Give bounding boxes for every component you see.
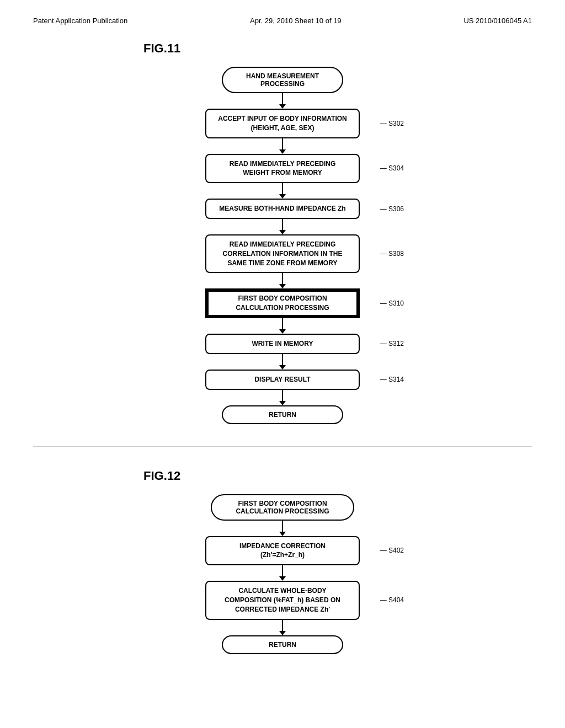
arrow-6 — [279, 318, 286, 334]
node-s302: ACCEPT INPUT OF BODY INFORMATION(HEIGHT,… — [205, 109, 360, 138]
flow-row-start: HAND MEASUREMENT PROCESSING — [33, 67, 532, 93]
step-label-s402: — S402 — [380, 547, 404, 554]
arrow-3 — [279, 183, 286, 199]
arrow-12-3 — [279, 620, 286, 635]
arrow-4 — [279, 219, 286, 234]
node-s404: CALCULATE WHOLE-BODYCOMPOSITION (%FAT_h)… — [205, 581, 360, 619]
arrow-12-2 — [279, 565, 286, 581]
node-s310: FIRST BODY COMPOSITIONCALCULATION PROCES… — [205, 288, 360, 318]
node-return12: RETURN — [222, 635, 343, 654]
fig12-flowchart: FIRST BODY COMPOSITIONCALCULATION PROCES… — [33, 494, 532, 654]
node-wrap-s402: IMPEDANCE CORRECTION(Zh'=Zh+Zr_h) — S402 — [205, 536, 360, 566]
node-wrap-s310: FIRST BODY COMPOSITIONCALCULATION PROCES… — [205, 288, 360, 318]
header-right: US 2010/0106045 A1 — [463, 17, 532, 25]
flow-row-start12: FIRST BODY COMPOSITIONCALCULATION PROCES… — [33, 494, 532, 521]
node-s308: READ IMMEDIATELY PRECEDINGCORRELATION IN… — [205, 234, 360, 273]
divider — [33, 446, 532, 447]
page-header: Patent Application Publication Apr. 29, … — [33, 17, 532, 25]
step-label-s306: — S306 — [380, 205, 404, 213]
node-return11: RETURN — [222, 405, 343, 424]
node-wrap-s314: DISPLAY RESULT — S314 — [205, 370, 360, 390]
fig11-section: FIG.11 HAND MEASUREMENT PROCESSING ACCEP… — [33, 41, 532, 424]
flow-row-s310: FIRST BODY COMPOSITIONCALCULATION PROCES… — [33, 288, 532, 318]
node-start12: FIRST BODY COMPOSITIONCALCULATION PROCES… — [211, 494, 354, 521]
node-wrap-s312: WRITE IN MEMORY — S312 — [205, 334, 360, 354]
flow-row-s404: CALCULATE WHOLE-BODYCOMPOSITION (%FAT_h)… — [33, 581, 532, 619]
node-wrap-return12: RETURN — [222, 635, 343, 654]
flow-row-s308: READ IMMEDIATELY PRECEDINGCORRELATION IN… — [33, 234, 532, 273]
flow-row-s304: READ IMMEDIATELY PRECEDINGWEIGHT FROM ME… — [33, 154, 532, 184]
node-wrap-s304: READ IMMEDIATELY PRECEDINGWEIGHT FROM ME… — [205, 154, 360, 184]
flow-row-s312: WRITE IN MEMORY — S312 — [33, 334, 532, 354]
arrow-12-1 — [279, 521, 286, 536]
arrow-2 — [279, 138, 286, 154]
header-middle: Apr. 29, 2010 Sheet 10 of 19 — [250, 17, 342, 25]
fig12-title: FIG.12 — [143, 469, 532, 483]
node-wrap-s308: READ IMMEDIATELY PRECEDINGCORRELATION IN… — [205, 234, 360, 273]
arrow-8 — [279, 390, 286, 405]
node-wrap-start12: FIRST BODY COMPOSITIONCALCULATION PROCES… — [211, 494, 354, 521]
flow-row-s402: IMPEDANCE CORRECTION(Zh'=Zh+Zr_h) — S402 — [33, 536, 532, 566]
node-s312: WRITE IN MEMORY — [205, 334, 360, 354]
step-label-s304: — S304 — [380, 164, 404, 172]
node-start: HAND MEASUREMENT PROCESSING — [222, 67, 343, 93]
step-label-s314: — S314 — [380, 376, 404, 383]
node-s304: READ IMMEDIATELY PRECEDINGWEIGHT FROM ME… — [205, 154, 360, 184]
node-s314: DISPLAY RESULT — [205, 370, 360, 390]
fig11-flowchart: HAND MEASUREMENT PROCESSING ACCEPT INPUT… — [33, 67, 532, 424]
step-label-s312: — S312 — [380, 340, 404, 347]
page: Patent Application Publication Apr. 29, … — [0, 0, 565, 728]
fig11-title: FIG.11 — [143, 41, 532, 56]
fig12-section: FIG.12 FIRST BODY COMPOSITIONCALCULATION… — [33, 469, 532, 654]
flow-row-s306: MEASURE BOTH-HAND IMPEDANCE Zh — S306 — [33, 199, 532, 219]
arrow-1 — [279, 93, 286, 109]
step-label-s302: — S302 — [380, 120, 404, 127]
arrow-5 — [279, 273, 286, 288]
node-wrap-s302: ACCEPT INPUT OF BODY INFORMATION(HEIGHT,… — [205, 109, 360, 138]
flow-row-return11: RETURN — [33, 405, 532, 424]
node-wrap-s306: MEASURE BOTH-HAND IMPEDANCE Zh — S306 — [205, 199, 360, 219]
node-wrap-s404: CALCULATE WHOLE-BODYCOMPOSITION (%FAT_h)… — [205, 581, 360, 619]
flow-row-s302: ACCEPT INPUT OF BODY INFORMATION(HEIGHT,… — [33, 109, 532, 138]
node-s306: MEASURE BOTH-HAND IMPEDANCE Zh — [205, 199, 360, 219]
node-wrap-return11: RETURN — [222, 405, 343, 424]
step-label-s404: — S404 — [380, 596, 404, 604]
node-s402: IMPEDANCE CORRECTION(Zh'=Zh+Zr_h) — [205, 536, 360, 566]
flow-row-s314: DISPLAY RESULT — S314 — [33, 370, 532, 390]
step-label-s310: — S310 — [380, 299, 404, 307]
header-left: Patent Application Publication — [33, 17, 127, 25]
step-label-s308: — S308 — [380, 250, 404, 258]
flow-row-return12: RETURN — [33, 635, 532, 654]
node-wrap-start: HAND MEASUREMENT PROCESSING — [222, 67, 343, 93]
arrow-7 — [279, 354, 286, 370]
